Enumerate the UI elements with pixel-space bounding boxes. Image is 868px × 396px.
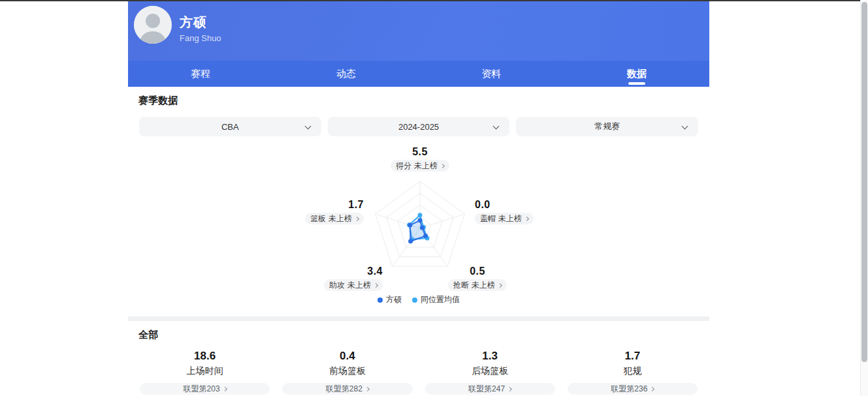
blocks-rank-pill[interactable]: 盖帽 未上榜 (475, 213, 534, 224)
steals-value: 0.5 (470, 265, 485, 277)
radar-label-assists: 3.4 助攻 未上榜 (324, 265, 383, 291)
rank-status: 未上榜 (414, 160, 438, 172)
main-column: 方硕 Fang Shuo 赛程 动态 资料 数据 赛季数据 CBA 2024-2… (128, 1, 709, 395)
player-name-en: Fang Shuo (180, 33, 221, 43)
filter-row: CBA 2024-2025 常规赛 (139, 117, 698, 136)
chevron-right-icon (507, 386, 512, 391)
legend-label: 同位置均值 (421, 294, 460, 305)
radar-label-steals: 0.5 抢断 未上榜 (448, 265, 507, 291)
scrollbar-track[interactable] (860, 0, 868, 396)
section-divider (128, 316, 709, 321)
player-name-block: 方硕 Fang Shuo (180, 14, 221, 43)
defensive-rebounds-rank-badge[interactable]: 联盟第247 (425, 383, 555, 395)
rank-text: 联盟第203 (184, 384, 220, 395)
stat-col-offensive-rebounds: 0.4 前场篮板 联盟第282 (282, 350, 412, 395)
legend-label: 方硕 (386, 294, 402, 305)
stat-name: 盖帽 (480, 213, 496, 224)
stat-label: 犯规 (568, 365, 698, 376)
stat-label: 前场篮板 (282, 365, 412, 376)
rank-text: 联盟第236 (611, 384, 647, 395)
rank-status: 未上榜 (347, 280, 371, 291)
stat-col-minutes: 18.6 上场时间 联盟第203 (140, 350, 270, 395)
stats-row: 18.6 上场时间 联盟第203 0.4 前场篮板 联盟第282 1.3 后场篮… (128, 350, 709, 395)
chevron-right-icon (365, 386, 370, 391)
season-section-title: 赛季数据 (138, 95, 709, 107)
offensive-rebounds-rank-badge[interactable]: 联盟第282 (282, 383, 412, 395)
season-select[interactable]: 2024-2025 (328, 117, 510, 136)
fouls-rank-badge[interactable]: 联盟第236 (568, 383, 698, 395)
radar-label-points: 5.5 得分 未上榜 (391, 145, 449, 172)
league-select-value: CBA (221, 122, 239, 132)
radar-label-rebounds: 1.7 篮板 未上榜 (305, 198, 364, 224)
rank-text: 联盟第247 (468, 384, 505, 395)
radar-label-blocks: 0.0 盖帽 未上榜 (475, 198, 534, 224)
rank-status: 未上榜 (498, 213, 522, 224)
stat-name: 篮板 (310, 213, 326, 224)
chevron-down-icon (493, 123, 500, 130)
all-section-title: 全部 (138, 329, 709, 341)
stat-value: 1.7 (568, 350, 698, 363)
points-value: 5.5 (412, 145, 428, 158)
chevron-down-icon (304, 123, 311, 130)
stat-name: 得分 (396, 160, 411, 172)
player-name: 方硕 (180, 14, 221, 30)
stage-select[interactable]: 常规赛 (516, 117, 698, 136)
points-rank-pill[interactable]: 得分 未上榜 (391, 160, 449, 172)
stage-select-value: 常规赛 (594, 121, 620, 132)
rebounds-rank-pill[interactable]: 篮板 未上榜 (305, 213, 364, 224)
scrollbar-thumb[interactable] (861, 2, 867, 362)
stat-name: 助攻 (329, 280, 345, 291)
chevron-right-icon (524, 216, 529, 221)
player-avatar (134, 6, 172, 44)
league-select[interactable]: CBA (139, 117, 321, 136)
chevron-right-icon (498, 282, 502, 287)
tab-data[interactable]: 数据 (564, 61, 710, 87)
rank-text: 联盟第282 (326, 384, 362, 395)
stat-value: 1.3 (425, 350, 555, 363)
chevron-right-icon (440, 163, 445, 168)
legend-dot-player (378, 297, 383, 303)
blocks-value: 0.0 (475, 198, 490, 211)
rank-status: 未上榜 (472, 280, 495, 291)
assists-value: 3.4 (367, 265, 383, 277)
radar-chart-area: 5.5 得分 未上榜 1.7 篮板 未上榜 0.0 盖帽 未上榜 (128, 136, 709, 316)
season-select-value: 2024-2025 (398, 122, 439, 132)
chart-legend: 方硕 同位置均值 (128, 294, 709, 305)
tab-news[interactable]: 动态 (274, 61, 419, 87)
rank-status: 未上榜 (329, 213, 352, 224)
chevron-down-icon (682, 123, 688, 130)
steals-rank-pill[interactable]: 抢断 未上榜 (448, 279, 507, 291)
stat-col-defensive-rebounds: 1.3 后场篮板 联盟第247 (425, 350, 555, 395)
legend-dot-position-average (412, 297, 417, 303)
chevron-right-icon (355, 216, 359, 221)
stat-label: 上场时间 (140, 365, 270, 376)
chevron-right-icon (223, 386, 227, 391)
rebounds-value: 1.7 (348, 198, 364, 211)
chevron-right-icon (650, 386, 654, 391)
player-header: 方硕 Fang Shuo (128, 1, 709, 61)
stat-value: 18.6 (140, 350, 270, 363)
stat-col-fouls: 1.7 犯规 联盟第236 (568, 350, 698, 395)
legend-item-player[interactable]: 方硕 (378, 294, 402, 305)
assists-rank-pill[interactable]: 助攻 未上榜 (324, 279, 383, 291)
chevron-right-icon (374, 282, 378, 287)
tab-schedule[interactable]: 赛程 (128, 61, 274, 87)
stat-name: 抢断 (453, 280, 469, 291)
nav-bar: 赛程 动态 资料 数据 (128, 61, 709, 87)
minutes-rank-badge[interactable]: 联盟第203 (140, 383, 270, 395)
legend-item-position-average[interactable]: 同位置均值 (412, 294, 460, 305)
stat-value: 0.4 (282, 350, 412, 363)
tab-profile[interactable]: 资料 (419, 61, 564, 87)
stat-label: 后场篮板 (425, 365, 555, 376)
